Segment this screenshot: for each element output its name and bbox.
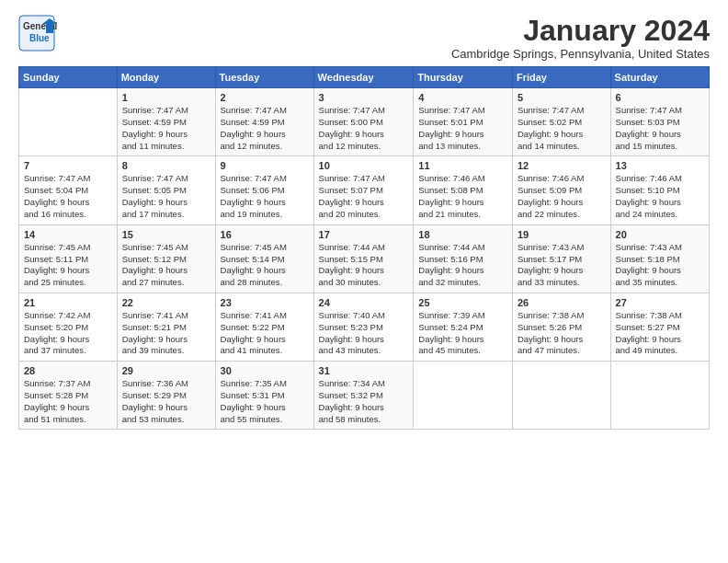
- day-info: Sunrise: 7:41 AM Sunset: 5:21 PM Dayligh…: [122, 310, 210, 357]
- table-row: 24Sunrise: 7:40 AM Sunset: 5:23 PM Dayli…: [313, 293, 414, 361]
- day-info: Sunrise: 7:36 AM Sunset: 5:29 PM Dayligh…: [122, 378, 210, 425]
- day-number: 26: [518, 297, 606, 308]
- table-row: [610, 362, 709, 430]
- day-info: Sunrise: 7:47 AM Sunset: 5:06 PM Dayligh…: [221, 173, 309, 220]
- day-number: 17: [319, 229, 409, 240]
- day-info: Sunrise: 7:45 AM Sunset: 5:12 PM Dayligh…: [122, 242, 210, 289]
- day-number: 9: [221, 160, 309, 171]
- day-number: 10: [319, 160, 409, 171]
- table-row: 15Sunrise: 7:45 AM Sunset: 5:12 PM Dayli…: [117, 224, 215, 293]
- day-info: Sunrise: 7:47 AM Sunset: 5:04 PM Dayligh…: [24, 173, 112, 220]
- day-number: 1: [122, 92, 210, 103]
- table-row: 16Sunrise: 7:45 AM Sunset: 5:14 PM Dayli…: [215, 224, 313, 293]
- day-info: Sunrise: 7:47 AM Sunset: 5:03 PM Dayligh…: [616, 105, 704, 152]
- day-number: 21: [24, 297, 112, 308]
- day-number: 27: [616, 297, 704, 308]
- table-row: 8Sunrise: 7:47 AM Sunset: 5:05 PM Daylig…: [117, 156, 215, 224]
- day-number: 19: [518, 229, 606, 240]
- table-row: 3Sunrise: 7:47 AM Sunset: 5:00 PM Daylig…: [313, 88, 414, 156]
- col-friday: Friday: [512, 67, 610, 88]
- day-info: Sunrise: 7:46 AM Sunset: 5:09 PM Dayligh…: [518, 173, 606, 220]
- day-info: Sunrise: 7:47 AM Sunset: 4:59 PM Dayligh…: [221, 105, 309, 152]
- table-row: [19, 88, 118, 156]
- table-row: 13Sunrise: 7:46 AM Sunset: 5:10 PM Dayli…: [610, 156, 709, 224]
- table-row: 20Sunrise: 7:43 AM Sunset: 5:18 PM Dayli…: [610, 224, 709, 293]
- day-info: Sunrise: 7:37 AM Sunset: 5:28 PM Dayligh…: [24, 378, 112, 425]
- day-info: Sunrise: 7:46 AM Sunset: 5:08 PM Dayligh…: [418, 173, 507, 220]
- day-number: 5: [518, 92, 606, 103]
- day-info: Sunrise: 7:45 AM Sunset: 5:14 PM Dayligh…: [221, 242, 309, 289]
- day-info: Sunrise: 7:43 AM Sunset: 5:17 PM Dayligh…: [518, 242, 606, 289]
- table-row: 7Sunrise: 7:47 AM Sunset: 5:04 PM Daylig…: [19, 156, 118, 224]
- table-row: 12Sunrise: 7:46 AM Sunset: 5:09 PM Dayli…: [512, 156, 610, 224]
- table-row: 2Sunrise: 7:47 AM Sunset: 4:59 PM Daylig…: [215, 88, 313, 156]
- day-info: Sunrise: 7:38 AM Sunset: 5:26 PM Dayligh…: [518, 310, 606, 357]
- table-row: 6Sunrise: 7:47 AM Sunset: 5:03 PM Daylig…: [610, 88, 709, 156]
- col-tuesday: Tuesday: [215, 67, 313, 88]
- table-row: 26Sunrise: 7:38 AM Sunset: 5:26 PM Dayli…: [512, 293, 610, 361]
- day-number: 20: [616, 229, 704, 240]
- day-info: Sunrise: 7:44 AM Sunset: 5:16 PM Dayligh…: [418, 242, 507, 289]
- day-info: Sunrise: 7:46 AM Sunset: 5:10 PM Dayligh…: [616, 173, 704, 220]
- day-number: 15: [122, 229, 210, 240]
- day-number: 31: [319, 365, 409, 376]
- day-info: Sunrise: 7:40 AM Sunset: 5:23 PM Dayligh…: [319, 310, 409, 357]
- col-sunday: Sunday: [19, 67, 118, 88]
- day-number: 23: [221, 297, 309, 308]
- col-saturday: Saturday: [610, 67, 709, 88]
- table-row: 27Sunrise: 7:38 AM Sunset: 5:27 PM Dayli…: [610, 293, 709, 361]
- location: Cambridge Springs, Pennsylvania, United …: [451, 47, 710, 61]
- calendar-table: Sunday Monday Tuesday Wednesday Thursday…: [18, 66, 710, 430]
- day-info: Sunrise: 7:38 AM Sunset: 5:27 PM Dayligh…: [616, 310, 704, 357]
- day-number: 22: [122, 297, 210, 308]
- day-number: 3: [319, 92, 409, 103]
- day-number: 16: [221, 229, 309, 240]
- table-row: 29Sunrise: 7:36 AM Sunset: 5:29 PM Dayli…: [117, 362, 215, 430]
- col-wednesday: Wednesday: [313, 67, 414, 88]
- day-info: Sunrise: 7:47 AM Sunset: 4:59 PM Dayligh…: [122, 105, 210, 152]
- table-row: 14Sunrise: 7:45 AM Sunset: 5:11 PM Dayli…: [19, 224, 118, 293]
- day-number: 25: [418, 297, 507, 308]
- calendar-header-row: Sunday Monday Tuesday Wednesday Thursday…: [19, 67, 710, 88]
- table-row: 23Sunrise: 7:41 AM Sunset: 5:22 PM Dayli…: [215, 293, 313, 361]
- day-info: Sunrise: 7:47 AM Sunset: 5:05 PM Dayligh…: [122, 173, 210, 220]
- table-row: 9Sunrise: 7:47 AM Sunset: 5:06 PM Daylig…: [215, 156, 313, 224]
- table-row: 31Sunrise: 7:34 AM Sunset: 5:32 PM Dayli…: [313, 362, 414, 430]
- day-number: 13: [616, 160, 704, 171]
- day-info: Sunrise: 7:41 AM Sunset: 5:22 PM Dayligh…: [221, 310, 309, 357]
- calendar-week-row: 28Sunrise: 7:37 AM Sunset: 5:28 PM Dayli…: [19, 362, 710, 430]
- month-title: January 2024: [451, 15, 710, 47]
- day-number: 12: [518, 160, 606, 171]
- title-block: January 2024 Cambridge Springs, Pennsylv…: [451, 15, 710, 61]
- calendar-week-row: 21Sunrise: 7:42 AM Sunset: 5:20 PM Dayli…: [19, 293, 710, 361]
- page: General Blue January 2024 Cambridge Spri…: [0, 0, 728, 563]
- logo: General Blue: [18, 15, 92, 52]
- day-number: 11: [418, 160, 507, 171]
- logo-svg: General Blue: [18, 15, 92, 52]
- day-info: Sunrise: 7:47 AM Sunset: 5:01 PM Dayligh…: [418, 105, 507, 152]
- table-row: 25Sunrise: 7:39 AM Sunset: 5:24 PM Dayli…: [414, 293, 513, 361]
- day-number: 24: [319, 297, 409, 308]
- table-row: 5Sunrise: 7:47 AM Sunset: 5:02 PM Daylig…: [512, 88, 610, 156]
- day-info: Sunrise: 7:44 AM Sunset: 5:15 PM Dayligh…: [319, 242, 409, 289]
- day-number: 30: [221, 365, 309, 376]
- calendar-week-row: 1Sunrise: 7:47 AM Sunset: 4:59 PM Daylig…: [19, 88, 710, 156]
- table-row: 30Sunrise: 7:35 AM Sunset: 5:31 PM Dayli…: [215, 362, 313, 430]
- day-number: 18: [418, 229, 507, 240]
- day-info: Sunrise: 7:35 AM Sunset: 5:31 PM Dayligh…: [221, 378, 309, 425]
- table-row: 18Sunrise: 7:44 AM Sunset: 5:16 PM Dayli…: [414, 224, 513, 293]
- table-row: [512, 362, 610, 430]
- table-row: 4Sunrise: 7:47 AM Sunset: 5:01 PM Daylig…: [414, 88, 513, 156]
- table-row: 1Sunrise: 7:47 AM Sunset: 4:59 PM Daylig…: [117, 88, 215, 156]
- table-row: 11Sunrise: 7:46 AM Sunset: 5:08 PM Dayli…: [414, 156, 513, 224]
- day-info: Sunrise: 7:47 AM Sunset: 5:07 PM Dayligh…: [319, 173, 409, 220]
- table-row: 22Sunrise: 7:41 AM Sunset: 5:21 PM Dayli…: [117, 293, 215, 361]
- calendar-week-row: 14Sunrise: 7:45 AM Sunset: 5:11 PM Dayli…: [19, 224, 710, 293]
- day-number: 4: [418, 92, 507, 103]
- table-row: 28Sunrise: 7:37 AM Sunset: 5:28 PM Dayli…: [19, 362, 118, 430]
- calendar-week-row: 7Sunrise: 7:47 AM Sunset: 5:04 PM Daylig…: [19, 156, 710, 224]
- table-row: 19Sunrise: 7:43 AM Sunset: 5:17 PM Dayli…: [512, 224, 610, 293]
- day-info: Sunrise: 7:42 AM Sunset: 5:20 PM Dayligh…: [24, 310, 112, 357]
- day-number: 2: [221, 92, 309, 103]
- day-number: 29: [122, 365, 210, 376]
